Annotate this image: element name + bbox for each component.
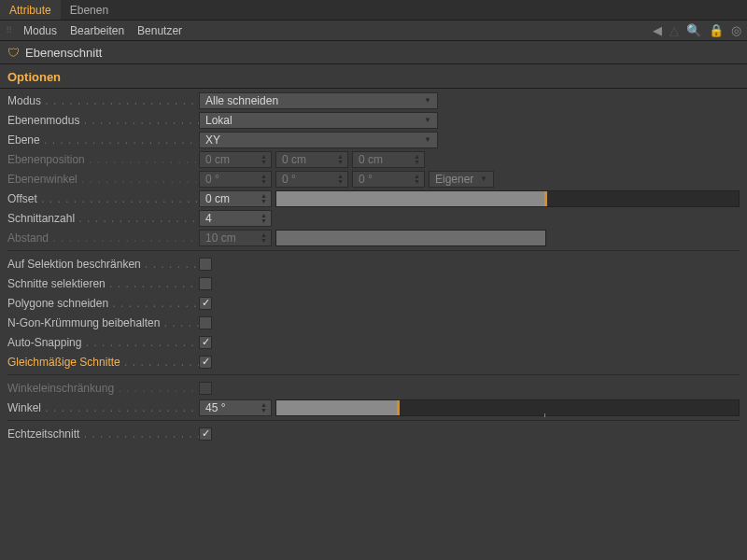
label-schnittanzahl: Schnittanzahl xyxy=(7,212,199,225)
row-ebenenposition: Ebenenposition 0 cm▲▼ 0 cm▲▼ 0 cm▲▼ xyxy=(0,149,747,169)
label-gleichmaessig: Gleichmäßige Schnitte xyxy=(7,356,199,369)
checkbox-auf-selektion[interactable] xyxy=(199,258,212,271)
stepper-icon: ▲▼ xyxy=(414,154,420,165)
chevron-down-icon: ▼ xyxy=(424,96,431,105)
stepper-icon: ▲▼ xyxy=(337,174,344,185)
toolbar-right: ◀ △ 🔍 🔒 ◎ xyxy=(653,23,741,37)
row-winkeleinschraenkung: Winkeleinschränkung xyxy=(0,378,747,398)
label-ngon: N-Gon-Krümmung beibehalten xyxy=(7,316,199,329)
checkbox-schnitte-selektieren[interactable] xyxy=(199,277,212,290)
row-auf-selektion: Auf Selektion beschränken xyxy=(0,254,747,273)
dropdown-ebene[interactable]: XY ▼ xyxy=(199,132,438,148)
chevron-down-icon: ▼ xyxy=(424,135,431,144)
stepper-icon: ▲▼ xyxy=(261,213,267,224)
section-heading: Optionen xyxy=(0,64,747,88)
row-schnitte-selektieren: Schnitte selektieren xyxy=(0,273,747,293)
menu-bearbeiten[interactable]: Bearbeiten xyxy=(70,24,124,37)
input-abstand[interactable]: 10 cm▲▼ xyxy=(199,230,272,246)
menubar: ⠿ Modus Bearbeiten Benutzer ◀ △ 🔍 🔒 ◎ xyxy=(0,21,747,41)
row-auto-snapping: Auto-Snapping ✓ xyxy=(0,332,747,352)
row-gleichmaessig: Gleichmäßige Schnitte ✓ xyxy=(0,352,747,371)
label-ebenenposition: Ebenenposition xyxy=(7,153,199,166)
tab-ebenen[interactable]: Ebenen xyxy=(61,0,118,20)
label-auf-selektion: Auf Selektion beschränken xyxy=(7,258,199,271)
chevron-down-icon: ▼ xyxy=(424,116,431,124)
dropdown-ebenenmodus[interactable]: Lokal ▼ xyxy=(199,112,438,129)
stepper-icon: ▲▼ xyxy=(261,193,267,204)
checkbox-winkeleinschraenkung[interactable] xyxy=(199,382,212,395)
arrow-left-icon[interactable]: ◀ xyxy=(653,23,662,37)
stepper-icon: ▲▼ xyxy=(261,402,267,413)
label-ebenenmodus: Ebenenmodus xyxy=(7,114,199,127)
options-panel: Modus Alle schneiden ▼ Ebenenmodus Lokal… xyxy=(0,89,747,447)
input-ebenenwinkel-z[interactable]: 0 °▲▼ xyxy=(352,171,425,188)
label-modus: Modus xyxy=(7,94,199,107)
checkbox-gleichmaessig[interactable]: ✓ xyxy=(199,356,212,369)
label-ebenenwinkel: Ebenenwinkel xyxy=(7,173,199,186)
lock-icon[interactable]: 🔒 xyxy=(709,23,724,37)
label-auto-snapping: Auto-Snapping xyxy=(7,336,199,349)
checkbox-echtzeitschnitt[interactable]: ✓ xyxy=(199,427,212,441)
menu-benutzer[interactable]: Benutzer xyxy=(137,24,182,37)
input-offset[interactable]: 0 cm▲▼ xyxy=(199,190,272,207)
row-abstand: Abstand 10 cm▲▼ xyxy=(0,228,747,247)
target-icon[interactable]: ◎ xyxy=(731,23,741,37)
dropdown-ebenenwinkel-mode[interactable]: Eigener ▼ xyxy=(429,171,494,188)
dropdown-modus[interactable]: Alle schneiden ▼ xyxy=(199,92,438,109)
checkbox-ngon[interactable] xyxy=(199,316,212,329)
menu-modus[interactable]: Modus xyxy=(23,24,57,37)
row-echtzeitschnitt: Echtzeitschnitt ✓ xyxy=(0,424,747,443)
input-winkel[interactable]: 45 °▲▼ xyxy=(199,399,272,416)
row-ebenenwinkel: Ebenenwinkel 0 °▲▼ 0 °▲▼ 0 °▲▼ Eigener ▼ xyxy=(0,169,747,189)
label-winkel: Winkel xyxy=(7,401,199,414)
input-ebenenwinkel-y[interactable]: 0 °▲▼ xyxy=(275,171,348,188)
input-ebenenposition-y[interactable]: 0 cm▲▼ xyxy=(275,151,348,168)
slider-winkel[interactable] xyxy=(275,399,740,416)
input-ebenenposition-z[interactable]: 0 cm▲▼ xyxy=(352,151,425,168)
checkbox-polygone-schneiden[interactable]: ✓ xyxy=(199,297,212,310)
search-icon[interactable]: 🔍 xyxy=(686,23,701,37)
stepper-icon: ▲▼ xyxy=(261,174,267,185)
dropdown-ebenenmodus-value: Lokal xyxy=(205,114,233,127)
label-echtzeitschnitt: Echtzeitschnitt xyxy=(7,427,199,441)
row-schnittanzahl: Schnittanzahl 4▲▼ xyxy=(0,208,747,228)
dropdown-modus-value: Alle schneiden xyxy=(205,94,278,107)
row-ebene: Ebene XY ▼ xyxy=(0,130,747,149)
top-tabs: Attribute Ebenen xyxy=(0,0,747,21)
row-ngon: N-Gon-Krümmung beibehalten xyxy=(0,313,747,332)
label-winkeleinschraenkung: Winkeleinschränkung xyxy=(7,382,199,395)
shield-icon: 🛡 xyxy=(7,46,20,60)
stepper-icon: ▲▼ xyxy=(337,154,344,165)
stepper-icon: ▲▼ xyxy=(261,232,267,244)
label-ebene: Ebene xyxy=(7,133,199,147)
dropdown-ebene-value: XY xyxy=(205,133,220,147)
chevron-down-icon: ▼ xyxy=(480,175,487,183)
input-ebenenposition-x[interactable]: 0 cm▲▼ xyxy=(199,151,272,168)
input-schnittanzahl[interactable]: 4▲▼ xyxy=(199,210,272,227)
row-polygone-schneiden: Polygone schneiden ✓ xyxy=(0,293,747,313)
tab-attribute[interactable]: Attribute xyxy=(0,0,61,20)
slider-offset[interactable] xyxy=(275,190,740,207)
stepper-icon: ▲▼ xyxy=(261,154,267,165)
input-ebenenwinkel-x[interactable]: 0 °▲▼ xyxy=(199,171,272,188)
object-title: Ebenenschnitt xyxy=(25,46,102,60)
checkbox-auto-snapping[interactable]: ✓ xyxy=(199,336,212,349)
grip-icon: ⠿ xyxy=(6,25,10,35)
row-winkel: Winkel 45 °▲▼ xyxy=(0,398,747,417)
label-schnitte-selektieren: Schnitte selektieren xyxy=(7,277,199,290)
label-abstand: Abstand xyxy=(7,231,199,245)
slider-abstand[interactable] xyxy=(275,230,546,246)
label-offset: Offset xyxy=(7,192,199,205)
row-modus: Modus Alle schneiden ▼ xyxy=(0,91,747,110)
stepper-icon: ▲▼ xyxy=(414,174,420,185)
arrow-up-icon[interactable]: △ xyxy=(669,23,679,37)
row-ebenenmodus: Ebenenmodus Lokal ▼ xyxy=(0,110,747,130)
object-title-bar: 🛡 Ebenenschnitt xyxy=(0,41,747,63)
label-polygone-schneiden: Polygone schneiden xyxy=(7,297,199,310)
row-offset: Offset 0 cm▲▼ xyxy=(0,189,747,208)
